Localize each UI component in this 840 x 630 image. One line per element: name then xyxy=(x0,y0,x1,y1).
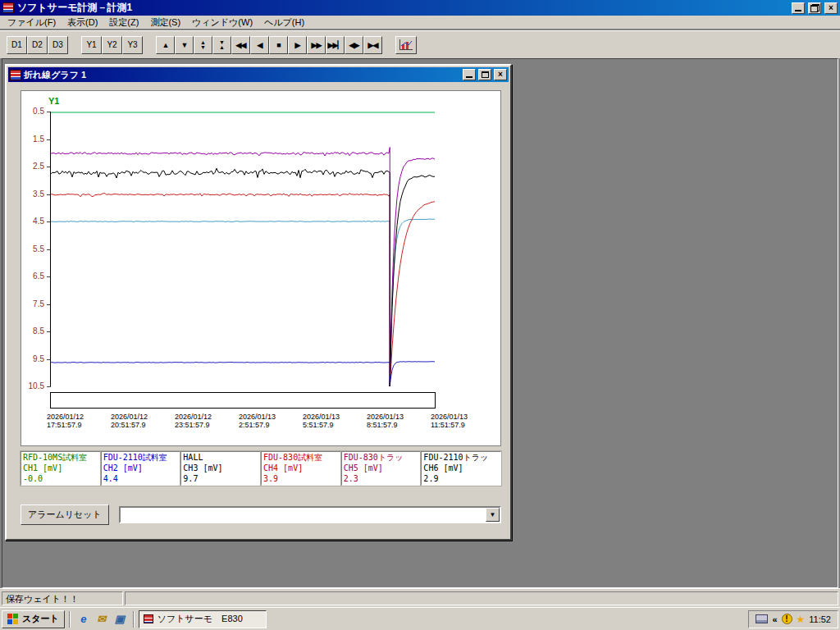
compress-vertical-icon: ▲ xyxy=(219,45,225,50)
combo-dropdown-button[interactable]: ▼ xyxy=(486,508,500,522)
skip-to-start-button[interactable]: ▶◀ xyxy=(363,36,382,54)
alarm-reset-button[interactable]: アラームリセット xyxy=(21,504,109,525)
graph-maximize-button[interactable] xyxy=(478,69,491,80)
graph-close-button[interactable]: × xyxy=(494,69,507,80)
scroll-up-button[interactable]: ▲ xyxy=(156,36,175,54)
star-tray-icon[interactable]: ★ xyxy=(797,614,806,624)
fast-rewind-button[interactable]: ◀◀ xyxy=(231,36,250,54)
maximize-icon xyxy=(482,71,489,78)
taskbar: スタート e✉▣ ソフトサーモ E830 « ! ★ 11:52 xyxy=(0,607,840,630)
graph-icon xyxy=(399,39,413,51)
y-tick-label: 8.5 xyxy=(21,326,44,336)
expand-horizontal-button[interactable]: ◀▶ xyxy=(345,36,363,54)
warning-tray-icon[interactable]: ! xyxy=(782,614,792,624)
chart-panel: Y1 0.51.52.53.54.55.56.57.58.59.510.5 20… xyxy=(21,90,501,446)
skip-to-start-icon: ▶◀ xyxy=(368,41,378,49)
skip-to-end-button[interactable]: ▶▶▏ xyxy=(326,36,345,54)
legend: RFD-10MS試料室CH1 [mV]-0.0FDU-2110試料室CH2 [m… xyxy=(21,451,501,486)
data-d2-button[interactable]: D2 xyxy=(27,36,48,54)
y-tick-label: 1.5 xyxy=(21,135,44,144)
data-d1-button[interactable]: D1 xyxy=(7,36,27,54)
menu-item[interactable]: ウィンドウ(W) xyxy=(186,16,258,30)
expand-vertical-button[interactable]: ▲▼ xyxy=(194,36,212,54)
combo-value xyxy=(121,508,486,522)
y-tick-label: 0.5 xyxy=(21,107,44,116)
step-back-button[interactable]: ◀ xyxy=(250,36,269,54)
expand-vertical-icon: ▼ xyxy=(200,45,206,50)
toolbar-axis-group: Y1Y2Y3 xyxy=(81,36,143,54)
axis-y3-button[interactable]: Y3 xyxy=(122,36,143,54)
menu-item[interactable]: ヘルプ(H) xyxy=(258,16,310,30)
x-tick-label: 2026/01/135:51:57.9 xyxy=(303,413,368,429)
app-window: ソフトサーモ計測－計測1 × ファイル(F)表示(D)設定(Z)測定(S)ウィン… xyxy=(0,0,840,630)
stop-icon: ■ xyxy=(276,41,280,49)
task-app-icon xyxy=(144,614,153,623)
step-forward-button[interactable]: ▶ xyxy=(288,36,307,54)
y-tick-label: 9.5 xyxy=(21,354,44,364)
menu-item[interactable]: 測定(S) xyxy=(144,16,186,30)
graph-button[interactable] xyxy=(395,36,417,54)
scroll-up-icon: ▲ xyxy=(162,41,169,49)
status-empty-panel xyxy=(125,591,838,605)
trace-ch4 xyxy=(51,194,435,386)
app-close-button[interactable]: × xyxy=(824,2,838,14)
controls-row: アラームリセット ▼ xyxy=(21,504,501,525)
x-tick-label: 2026/01/1220:51:57.9 xyxy=(111,413,176,429)
compress-vertical-button[interactable]: ▼▲ xyxy=(212,36,231,54)
menu-item[interactable]: 表示(D) xyxy=(62,16,103,30)
plot-area xyxy=(50,112,435,386)
trace-ch3 xyxy=(51,362,435,386)
x-tick-label: 2026/01/132:51:57.9 xyxy=(239,413,304,429)
fast-forward-button[interactable]: ▶▶ xyxy=(307,36,326,54)
x-tick-label: 2026/01/1311:51:57.9 xyxy=(431,413,496,429)
menu-item[interactable]: ファイル(F) xyxy=(2,16,62,30)
scroll-down-button[interactable]: ▼ xyxy=(175,36,194,54)
quick-launch: e✉▣ xyxy=(75,611,129,628)
task-button-softthermo[interactable]: ソフトサーモ E830 xyxy=(139,610,267,628)
data-d3-button[interactable]: D3 xyxy=(48,36,68,54)
y-tick-label: 3.5 xyxy=(21,189,44,199)
y-axis-label: Y1 xyxy=(48,96,59,106)
x-tick-label: 2026/01/1217:51:57.9 xyxy=(47,413,112,429)
internet-explorer-icon[interactable]: e xyxy=(75,611,93,628)
scroll-down-icon: ▼ xyxy=(181,41,188,49)
legend-cell-ch2: FDU-2110試料室CH2 [mV]4.4 xyxy=(101,451,181,486)
trace-ch5 xyxy=(51,148,435,386)
alarm-combo[interactable]: ▼ xyxy=(119,506,501,523)
trace-svg xyxy=(51,112,435,386)
taskbar-divider xyxy=(133,611,135,628)
skip-to-end-icon: ▶▶▏ xyxy=(328,41,343,49)
legend-cell-ch5: FDU-830トラッCH5 [mV]2.3 xyxy=(341,451,422,486)
y-tick-label: 10.5 xyxy=(21,381,44,391)
axis-y2-button[interactable]: Y2 xyxy=(102,36,122,54)
mail-icon[interactable]: ✉ xyxy=(93,611,111,628)
mdi-client-area: 折れ線グラフ 1 × Y1 0.51.52.53.54.55.56.57.58.… xyxy=(2,58,838,588)
input-device-tray-icon[interactable] xyxy=(756,614,768,623)
fast-rewind-icon: ◀◀ xyxy=(236,41,246,49)
close-icon: × xyxy=(495,70,506,79)
minimize-icon xyxy=(795,10,801,11)
stop-button[interactable]: ■ xyxy=(269,36,288,54)
status-message-panel: 保存ウェイト！！ xyxy=(2,591,123,605)
app-titlebar: ソフトサーモ計測－計測1 × xyxy=(0,0,840,16)
axis-y1-button[interactable]: Y1 xyxy=(81,36,102,54)
graph-minimize-button[interactable] xyxy=(463,69,476,80)
legend-cell-ch6: FDU-2110トラッCH6 [mV]2.9 xyxy=(421,451,501,486)
app-minimize-button[interactable] xyxy=(792,2,805,14)
graph-window-title: 折れ線グラフ 1 xyxy=(24,69,460,81)
status-bar: 保存ウェイト！！ xyxy=(0,588,840,607)
tray-collapse-chevron[interactable]: « xyxy=(772,614,777,624)
expand-horizontal-icon: ◀▶ xyxy=(349,41,359,49)
y-tick-label: 2.5 xyxy=(21,162,44,171)
menu-item[interactable]: 設定(Z) xyxy=(103,16,144,30)
start-button[interactable]: スタート xyxy=(2,610,65,628)
graph-window: 折れ線グラフ 1 × Y1 0.51.52.53.54.55.56.57.58.… xyxy=(5,64,512,541)
time-scroll-box[interactable] xyxy=(50,392,436,409)
trace-ch2 xyxy=(51,219,435,386)
app-restore-button[interactable] xyxy=(808,2,821,14)
clock: 11:52 xyxy=(809,614,831,624)
step-back-icon: ◀ xyxy=(258,41,262,49)
step-forward-icon: ▶ xyxy=(295,41,300,49)
show-desktop-icon[interactable]: ▣ xyxy=(111,611,129,628)
app-title: ソフトサーモ計測－計測1 xyxy=(17,1,788,15)
